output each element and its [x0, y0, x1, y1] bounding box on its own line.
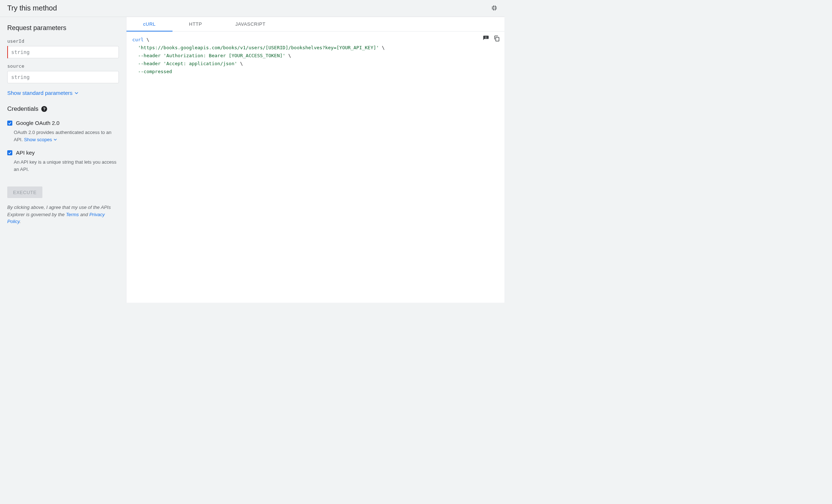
tab-curl[interactable]: cURL: [126, 17, 172, 31]
param-input-source[interactable]: [7, 71, 119, 83]
code-flag-compressed: --compressed: [138, 69, 172, 74]
copy-icon: [494, 35, 500, 42]
code-backslash: \: [379, 45, 385, 50]
credentials-heading: Credentials: [7, 105, 38, 113]
checkbox-oauth[interactable]: [7, 121, 12, 126]
apikey-desc: An API key is a unique string that lets …: [7, 159, 119, 173]
tab-javascript[interactable]: JAVASCRIPT: [219, 17, 282, 31]
collapse-button[interactable]: [490, 4, 499, 12]
chevron-down-icon: [54, 138, 57, 141]
svg-rect-0: [486, 37, 486, 38]
oauth-label: Google OAuth 2.0: [16, 120, 59, 126]
report-issue-button[interactable]: [482, 34, 490, 42]
disclaimer: By clicking above, I agree that my use o…: [7, 204, 119, 225]
help-icon[interactable]: ?: [41, 106, 47, 112]
code-body: curl \ 'https://books.googleapis.com/boo…: [126, 32, 504, 303]
svg-rect-1: [486, 38, 486, 39]
show-scopes[interactable]: Show scopes: [24, 136, 57, 143]
code-header-auth: 'Authorization: Bearer [YOUR_ACCESS_TOKE…: [163, 53, 286, 58]
copy-button[interactable]: [493, 34, 501, 42]
check-icon: [8, 151, 12, 155]
param-input-userid[interactable]: [7, 46, 119, 58]
param-label-userid: userId: [7, 38, 119, 44]
disclaimer-suffix: .: [20, 219, 21, 224]
svg-rect-2: [496, 37, 499, 41]
code-indent: [132, 53, 138, 58]
request-parameters-heading: Request parameters: [7, 24, 119, 32]
apikey-label: API key: [16, 150, 35, 156]
fullscreen-exit-icon: [491, 5, 498, 11]
right-panel: cURL HTTP JAVASCRIPT curl \ 'https://boo…: [126, 17, 504, 303]
code-cmd: curl: [132, 37, 143, 42]
checkbox-apikey[interactable]: [7, 150, 12, 155]
code-header-accept: 'Accept: application/json': [163, 61, 237, 66]
param-label-source: source: [7, 63, 119, 69]
page-title: Try this method: [7, 4, 57, 12]
left-panel: Request parameters userId source Show st…: [0, 17, 126, 303]
check-icon: [8, 121, 12, 125]
show-standard-parameters-label: Show standard parameters: [7, 90, 72, 96]
chevron-down-icon: [75, 91, 78, 95]
feedback-icon: [483, 35, 489, 42]
code-tabs: cURL HTTP JAVASCRIPT: [126, 17, 504, 32]
code-flag-header: --header: [138, 53, 161, 58]
show-scopes-label: Show scopes: [24, 136, 52, 143]
code-url: 'https://books.googleapis.com/books/v1/u…: [138, 45, 379, 50]
execute-button[interactable]: EXECUTE: [7, 186, 42, 198]
tab-http[interactable]: HTTP: [172, 17, 219, 31]
code-flag-header: --header: [138, 61, 161, 66]
code-indent: [132, 69, 138, 74]
show-standard-parameters[interactable]: Show standard parameters: [7, 90, 78, 96]
code-backslash: \: [286, 53, 291, 58]
terms-link[interactable]: Terms: [66, 212, 79, 217]
code-space: [161, 61, 163, 66]
code-indent: [132, 45, 138, 50]
code-space: [161, 53, 163, 58]
disclaimer-and: and: [79, 212, 90, 217]
code-backslash: \: [237, 61, 243, 66]
code-backslash: \: [143, 37, 149, 42]
code-indent: [132, 61, 138, 66]
